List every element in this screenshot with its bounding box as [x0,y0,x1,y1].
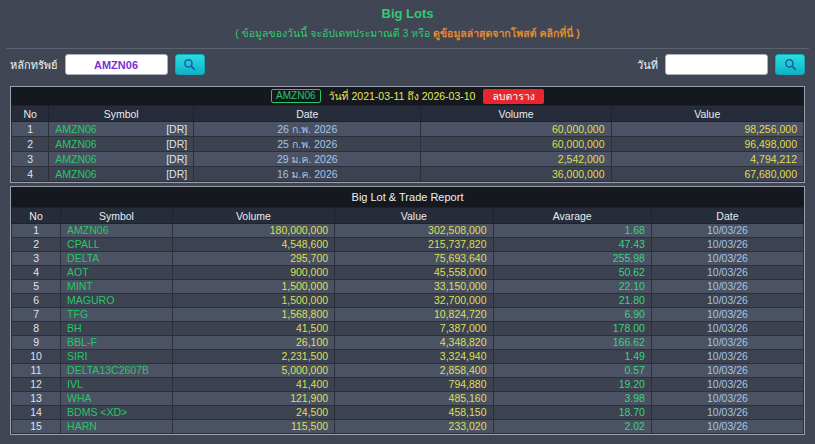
average-cell: 18.70 [493,406,651,420]
value-cell: 4,348,820 [335,336,493,350]
value-cell: 215,737,820 [335,238,493,252]
value-cell: 3,324,940 [335,350,493,364]
symbol-cell: AMZN06[DR] [49,122,194,137]
volume-cell: 4,548,600 [172,238,334,252]
date-cell: 16 ม.ค. 2026 [194,167,421,182]
symbol-cell: BBL-F [61,336,173,350]
page: Big Lots ( ข้อมูลของวันนี้ จะอัปเดทประมา… [0,0,815,444]
value-cell: 794,880 [335,378,493,392]
symbol-cell: WHA [61,392,173,406]
volume-cell: 5,000,000 [172,364,334,378]
date-input[interactable] [665,54,768,75]
column-header: Volume [172,208,334,224]
no-cell: 6 [12,294,61,308]
column-header: Volume [421,106,611,122]
symbol-cell: DELTA [61,252,173,266]
value-cell: 10,824,720 [335,308,493,322]
no-cell: 2 [12,238,61,252]
value-cell: 485,160 [335,392,493,406]
symbol-text: AMZN06 [55,123,96,136]
date-cell: 10/03/26 [651,406,803,420]
symbol-table-header-row: NoSymbolDateVolumeValue [12,106,804,122]
value-cell: 33,150,000 [335,280,493,294]
value-cell: 67,680,000 [611,167,803,182]
subtitle-latest-post-link[interactable]: ดูข้อมูลล่าสุดจากโพสต์ คลิกที่นี่ ) [433,27,580,39]
symbol-cell: BH [61,322,173,336]
subtitle-note: ( ข้อมูลของวันนี้ จะอัปเดทประมาณตี 3 หรื… [235,27,433,39]
no-cell: 11 [12,364,61,378]
volume-cell: 41,400 [172,378,334,392]
symbol-cell: MAGURO [61,294,173,308]
no-cell: 7 [12,308,61,322]
table-row: 4AMZN06[DR]16 ม.ค. 202636,000,00067,680,… [12,167,804,182]
table-row: 11DELTA13C2607B5,000,0002,858,4000.5710/… [12,364,804,378]
column-header: Date [194,106,421,122]
symbol-cell: IVL [61,378,173,392]
volume-cell: 24,500 [172,406,334,420]
average-cell: 50.62 [493,266,651,280]
average-cell: 166.62 [493,336,651,350]
column-header: Date [651,208,803,224]
volume-cell: 115,500 [172,420,334,434]
value-cell: 75,693,640 [335,252,493,266]
volume-cell: 180,000,000 [172,224,334,238]
average-cell: 22.10 [493,280,651,294]
symbol-text: AMZN06 [55,168,96,181]
volume-cell: 26,100 [172,336,334,350]
date-cell: 10/03/26 [651,294,803,308]
symbol-input[interactable] [65,54,168,75]
no-cell: 3 [12,152,49,167]
volume-cell: 295,700 [172,252,334,266]
no-cell: 10 [12,350,61,364]
date-cell: 10/03/26 [651,224,803,238]
symbol-cell: AMZN06[DR] [49,167,194,182]
no-cell: 14 [12,406,61,420]
delete-table-button[interactable]: ลบตาราง [483,89,543,104]
table-row: 9BBL-F26,1004,348,820166.6210/03/26 [12,336,804,350]
symbol-table-caption: AMZN06 วันที่ 2021-03-11 ถึง 2026-03-10 … [11,87,804,105]
magnifier-icon [784,58,797,71]
symbol-search-button[interactable] [175,54,205,75]
date-search-button[interactable] [775,54,805,75]
no-cell: 1 [12,122,49,137]
symbol-cell: AMZN06 [61,224,173,238]
value-cell: 233,020 [335,420,493,434]
symbol-table-body: 1AMZN06[DR]26 ก.พ. 202660,000,00098,256,… [12,122,804,182]
average-cell: 19.20 [493,378,651,392]
table-row: 13WHA121,900485,1603.9810/03/26 [12,392,804,406]
no-cell: 9 [12,336,61,350]
date-range-text: วันที่ 2021-03-11 ถึง 2026-03-10 [329,88,476,105]
date-cell: 10/03/26 [651,336,803,350]
dr-tag: [DR] [166,153,187,166]
table-row: 4AOT900,00045,558,00050.6210/03/26 [12,266,804,280]
no-cell: 2 [12,137,49,152]
volume-cell: 36,000,000 [421,167,611,182]
date-cell: 26 ก.พ. 2026 [194,122,421,137]
page-title: Big Lots [0,0,815,21]
date-cell: 10/03/26 [651,252,803,266]
symbol-cell: SIRI [61,350,173,364]
report-table-block: Big Lot & Trade Report NoSymbolVolumeVal… [10,186,805,435]
symbol-cell: DELTA13C2607B [61,364,173,378]
column-header: Symbol [49,106,194,122]
symbol-text: AMZN06 [55,138,96,151]
no-cell: 13 [12,392,61,406]
average-cell: 1.68 [493,224,651,238]
symbol-cell: HARN [61,420,173,434]
value-cell: 98,256,000 [611,122,803,137]
table-row: 3AMZN06[DR]29 ม.ค. 20262,542,0004,794,21… [12,152,804,167]
report-table-caption: Big Lot & Trade Report [11,187,804,207]
symbol-search-group: หลักทรัพย์ [10,54,205,75]
average-cell: 21.80 [493,294,651,308]
column-header: Avarage [493,208,651,224]
table-row: 1AMZN06[DR]26 ก.พ. 202660,000,00098,256,… [12,122,804,137]
date-cell: 10/03/26 [651,280,803,294]
table-row: 12IVL41,400794,88019.2010/03/26 [12,378,804,392]
volume-cell: 60,000,000 [421,137,611,152]
symbol-label: หลักทรัพย์ [10,56,58,74]
table-row: 6MAGURO1,500,00032,700,00021.8010/03/26 [12,294,804,308]
value-cell: 458,150 [335,406,493,420]
symbol-table: NoSymbolDateVolumeValue 1AMZN06[DR]26 ก.… [11,105,804,182]
symbol-cell: AMZN06[DR] [49,152,194,167]
date-cell: 10/03/26 [651,378,803,392]
